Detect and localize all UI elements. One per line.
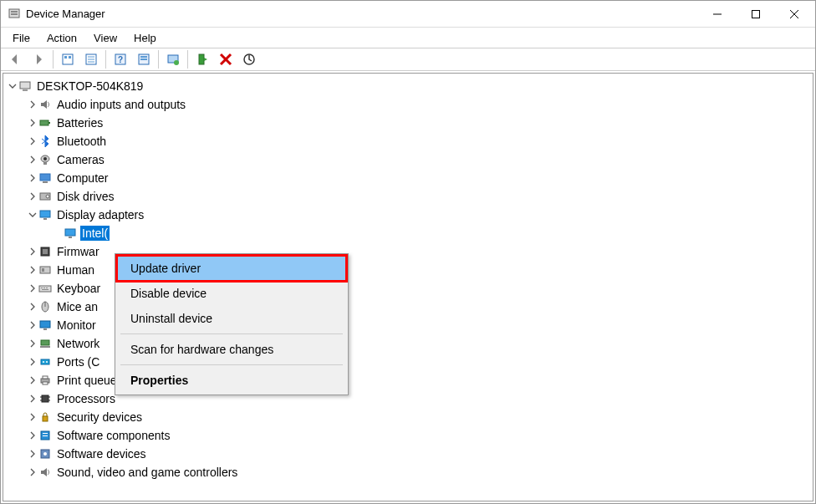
svg-rect-59 [43, 376, 48, 379]
speaker-icon [38, 98, 52, 111]
svg-point-71 [43, 452, 47, 456]
printer-icon [38, 374, 52, 387]
chevron-right-icon[interactable] [27, 117, 38, 129]
tree-category-label: Cameras [55, 152, 106, 167]
bluetooth-icon [38, 135, 52, 148]
chevron-right-icon[interactable] [27, 393, 38, 405]
tree-category[interactable]: Display adapters [3, 206, 813, 224]
chevron-right-icon[interactable] [27, 319, 38, 331]
computer-icon [38, 171, 52, 185]
enable-device-button[interactable] [191, 50, 213, 69]
chevron-right-icon[interactable] [27, 264, 38, 276]
svg-rect-26 [23, 89, 28, 91]
tree-category[interactable]: Batteries [3, 114, 813, 132]
menu-action[interactable]: Action [38, 30, 85, 46]
keyboard-icon [38, 282, 52, 295]
tree-category[interactable]: Software components [3, 426, 813, 445]
chevron-right-icon[interactable] [27, 356, 38, 368]
tree-category[interactable]: Disk drives [3, 187, 813, 206]
menu-separator [120, 364, 343, 365]
tree-category[interactable]: Sound, video and game controllers [3, 463, 813, 481]
display-icon [64, 227, 77, 240]
chevron-right-icon[interactable] [27, 411, 38, 423]
tree-category[interactable]: Audio inputs and outputs [3, 95, 813, 114]
context-menu-item[interactable]: Properties [117, 368, 346, 393]
help-button[interactable]: ? [110, 50, 131, 69]
chevron-right-icon[interactable] [27, 338, 38, 349]
chevron-right-icon[interactable] [27, 430, 38, 441]
chevron-right-icon[interactable] [27, 246, 38, 257]
chevron-down-icon[interactable] [7, 80, 18, 92]
tree-category[interactable]: Computer [3, 169, 813, 187]
minimize-button[interactable] [698, 2, 737, 27]
software-dev-icon [38, 447, 52, 461]
svg-rect-44 [39, 286, 51, 292]
forward-button[interactable] [28, 50, 49, 69]
tree-device-label: Intel( [80, 226, 110, 241]
update-driver-button[interactable] [162, 50, 184, 69]
chevron-right-icon[interactable] [27, 191, 38, 202]
software-comp-icon [38, 429, 52, 442]
svg-rect-37 [43, 218, 47, 220]
svg-point-20 [174, 60, 179, 65]
context-menu-item[interactable]: Disable device [117, 281, 346, 306]
chevron-right-icon[interactable] [27, 283, 38, 294]
chevron-right-icon[interactable] [27, 154, 38, 165]
menu-help[interactable]: Help [125, 30, 165, 46]
chevron-right-icon[interactable] [27, 99, 38, 110]
cpu-icon [38, 392, 52, 405]
svg-rect-27 [40, 120, 48, 125]
disk-icon [38, 190, 52, 203]
tree-category-label: Audio inputs and outputs [55, 97, 187, 112]
tree-device[interactable]: Intel( [3, 224, 813, 242]
chevron-right-icon[interactable] [27, 374, 38, 386]
svg-rect-2 [11, 13, 18, 15]
svg-rect-55 [41, 359, 49, 364]
svg-rect-47 [46, 288, 48, 288]
maximize-button[interactable] [737, 2, 775, 27]
window-title: Device Manager [26, 8, 105, 20]
svg-rect-33 [43, 181, 48, 183]
svg-rect-38 [65, 229, 75, 236]
menu-file[interactable]: File [4, 30, 38, 46]
tree-category[interactable]: Cameras [3, 150, 813, 169]
chevron-down-icon[interactable] [27, 209, 38, 221]
svg-rect-52 [43, 328, 47, 330]
properties-button[interactable] [133, 50, 155, 69]
svg-point-57 [46, 361, 48, 363]
tree-root[interactable]: DESKTOP-504K819 [3, 77, 813, 95]
show-list-button[interactable] [80, 50, 102, 69]
chevron-right-icon[interactable] [27, 135, 38, 147]
svg-rect-25 [20, 82, 30, 89]
svg-rect-43 [42, 268, 44, 272]
chevron-right-icon[interactable] [27, 172, 38, 184]
back-button[interactable] [4, 50, 26, 69]
mouse-icon [38, 300, 52, 313]
svg-text:?: ? [118, 55, 123, 64]
chevron-right-icon[interactable] [27, 466, 38, 478]
context-menu-item[interactable]: Scan for hardware changes [117, 337, 346, 362]
tree-category[interactable]: Security devices [3, 408, 813, 426]
tree-category-label: Software components [55, 428, 171, 443]
tree-category-label: Software devices [55, 446, 148, 461]
svg-rect-66 [43, 416, 48, 421]
tree-category-label: Disk drives [55, 189, 115, 204]
svg-rect-9 [69, 56, 71, 59]
tree-category[interactable]: Bluetooth [3, 132, 813, 150]
svg-rect-45 [41, 288, 43, 288]
svg-rect-31 [43, 162, 47, 165]
chevron-right-icon[interactable] [27, 301, 38, 313]
show-icon-button[interactable] [57, 50, 79, 69]
tree-category-label: Network [55, 336, 101, 351]
uninstall-device-button[interactable] [215, 50, 237, 69]
tree-category[interactable]: Software devices [3, 445, 813, 463]
svg-rect-39 [69, 237, 72, 238]
close-button[interactable] [775, 2, 813, 27]
menu-view[interactable]: View [85, 30, 125, 46]
toolbar: ? [1, 48, 815, 71]
scan-hardware-button[interactable] [238, 50, 260, 69]
chevron-right-icon[interactable] [27, 448, 38, 460]
context-menu-item[interactable]: Uninstall device [117, 306, 346, 331]
context-menu-item[interactable]: Update driver [115, 254, 348, 283]
menubar: File Action View Help [1, 28, 815, 48]
